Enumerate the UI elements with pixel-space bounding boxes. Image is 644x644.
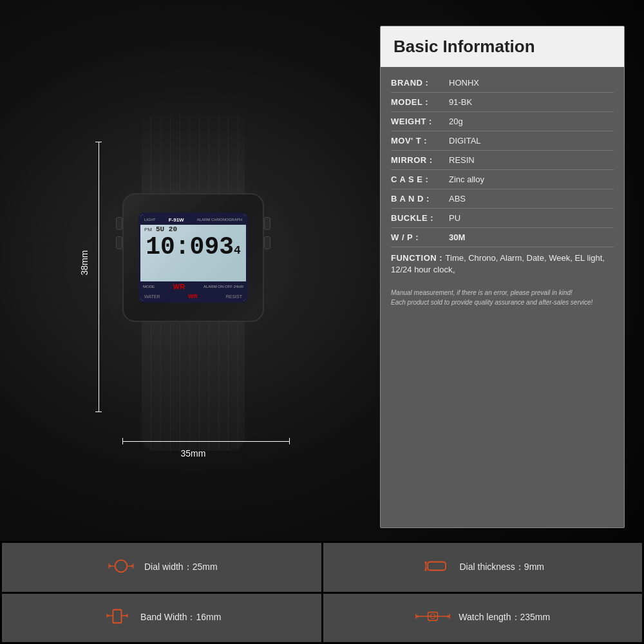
time-main-display: 10:093: [146, 235, 234, 260]
label-model: MODEL :: [391, 97, 449, 107]
spec-band-width-label: Band Width：16mm: [140, 612, 221, 623]
svg-rect-7: [428, 562, 446, 570]
label-buckle: BUCKLE :: [391, 213, 449, 223]
info-row-case: C A S E : Zinc alloy: [391, 170, 614, 189]
alarm-label: ALARM ON·OFF·24HR: [204, 285, 243, 289]
button-right-top: [264, 217, 270, 230]
wr-display: WR: [173, 283, 185, 290]
spec-watch-length: Watch length：235mm: [323, 594, 643, 643]
dial-width-icon: [106, 557, 137, 578]
screen-bottom-bar: MODE WR ALARM ON·OFF·24HR: [140, 281, 246, 292]
day-date-display: 5U 20: [156, 225, 177, 233]
label-case: C A S E :: [391, 175, 449, 184]
screen-sub-row: PM 5U 20: [140, 225, 246, 234]
info-row-band: B A N D : ABS: [391, 189, 614, 209]
strap-top: [142, 116, 245, 193]
strap-bottom: [142, 322, 245, 451]
model-display: F-91W: [169, 217, 184, 223]
note-line2: Each product sold to provide quality ass…: [391, 298, 614, 307]
label-band: B A N D :: [391, 194, 449, 204]
watch-case: LIGHT F-91W ALARM CHRONOGRAPH PM 5U 20 1…: [122, 193, 264, 322]
screen-top-bar: LIGHT F-91W ALARM CHRONOGRAPH: [140, 214, 246, 225]
water-resist-bar: WATER WR RESIST: [140, 292, 246, 301]
spec-dial-thickness-label: Dial thickness：9mm: [460, 562, 544, 573]
screen-main-time: 10:0934: [140, 234, 246, 281]
value-band: ABS: [449, 194, 466, 204]
info-header: Basic Information: [381, 26, 624, 67]
value-case: Zinc alloy: [449, 175, 484, 184]
svg-rect-13: [113, 610, 122, 623]
label-weight: WEIGHT :: [391, 117, 449, 126]
spec-dial-width: Dial width：25mm: [2, 543, 321, 592]
info-row-function: FUNCTION : Time, Chrono, Alarm, Date, We…: [391, 247, 614, 280]
value-mirror: RESIN: [449, 155, 475, 165]
band-width-icon: [102, 607, 133, 628]
note-line1: Manual measurement, if there is an error…: [391, 288, 614, 298]
watch-drawing: LIGHT F-91W ALARM CHRONOGRAPH PM 5U 20 1…: [122, 116, 264, 451]
watch-wrapper: 38mm: [84, 84, 303, 470]
value-weight: 20g: [449, 117, 463, 126]
resist-label: RESIST: [226, 294, 242, 299]
watch-screen: LIGHT F-91W ALARM CHRONOGRAPH PM 5U 20 1…: [138, 213, 248, 303]
button-left-top: [116, 217, 122, 230]
label-movt: MOV' T :: [391, 136, 449, 146]
info-row-buckle: BUCKLE : PU: [391, 209, 614, 228]
info-note: Manual measurement, if there is an error…: [391, 288, 614, 307]
info-row-mirror: MIRROR : RESIN: [391, 151, 614, 170]
pm-label: PM: [144, 227, 152, 232]
spec-watch-length-label: Watch length：235mm: [459, 612, 550, 623]
mode-text: MODE: [143, 285, 155, 289]
time-small-display: 4: [234, 245, 241, 256]
info-header-title: Basic Information: [393, 37, 611, 57]
value-brand: HONHX: [449, 78, 479, 88]
bottom-specs: Dial width：25mm Dial thickness：9mm: [0, 541, 644, 644]
water-label: WATER: [144, 294, 160, 299]
spec-dial-width-label: Dial width：25mm: [144, 562, 218, 573]
watch-length-icon: [415, 607, 451, 628]
info-row-brand: BRAND : HONHX: [391, 73, 614, 93]
spec-band-width: Band Width：16mm: [2, 594, 321, 643]
alarm-chrono-label: ALARM CHRONOGRAPH: [197, 218, 242, 222]
watch-body: LIGHT F-91W ALARM CHRONOGRAPH PM 5U 20 1…: [122, 116, 264, 451]
info-body: BRAND : HONHX MODEL : 91-BK WEIGHT : 20g…: [381, 67, 624, 527]
info-row-movt: MOV' T : DIGITAL: [391, 131, 614, 151]
label-brand: BRAND :: [391, 78, 449, 88]
value-model: 91-BK: [449, 97, 472, 107]
height-dimension-label: 38mm: [79, 251, 90, 276]
info-row-weight: WEIGHT : 20g: [391, 112, 614, 131]
label-wp: W / P :: [391, 232, 449, 242]
value-movt: DIGITAL: [449, 136, 481, 146]
width-dimension-label: 35mm: [181, 448, 206, 459]
watch-section: 38mm: [19, 26, 367, 528]
button-left-bottom: [116, 236, 122, 249]
label-mirror: MIRROR :: [391, 155, 449, 165]
info-row-model: MODEL : 91-BK: [391, 93, 614, 112]
svg-point-0: [115, 560, 128, 572]
spec-dial-thickness: Dial thickness：9mm: [323, 543, 643, 592]
light-label: LIGHT: [144, 218, 156, 222]
top-section: 38mm: [0, 0, 644, 541]
dial-thickness-icon: [421, 557, 452, 578]
main-container: 38mm: [0, 0, 644, 644]
value-wp: 30M: [449, 232, 465, 242]
label-function: FUNCTION :: [391, 253, 442, 263]
wr-badge: WR: [188, 293, 198, 299]
info-row-wp: W / P : 30M: [391, 228, 614, 247]
info-panel: Basic Information BRAND : HONHX MODEL : …: [380, 26, 625, 528]
value-buckle: PU: [449, 213, 460, 223]
width-dim-line: [122, 438, 290, 444]
button-right-bottom: [264, 236, 270, 249]
